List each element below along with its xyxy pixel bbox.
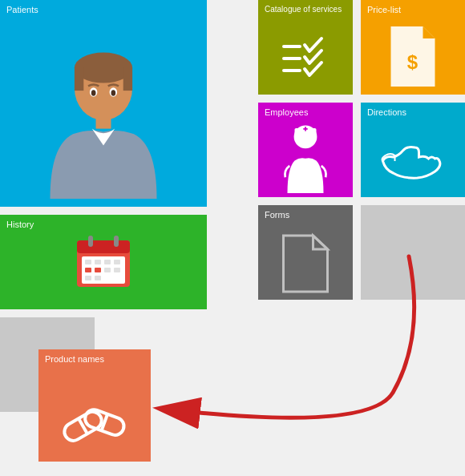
svg-rect-2 xyxy=(75,68,83,91)
tile-product-label: Product names xyxy=(45,354,104,365)
svg-rect-21 xyxy=(114,268,120,272)
svg-rect-23 xyxy=(95,276,101,280)
svg-rect-22 xyxy=(85,276,91,280)
tile-history-label: History xyxy=(6,220,34,230)
svg-rect-33 xyxy=(305,127,306,131)
svg-rect-14 xyxy=(85,260,91,264)
tile-employees[interactable]: Employees xyxy=(258,103,353,197)
tile-patients-label: Patients xyxy=(6,5,38,15)
tile-directions[interactable]: Directions xyxy=(361,103,465,197)
svg-rect-16 xyxy=(104,260,111,264)
tile-employees-label: Employees xyxy=(265,107,308,118)
svg-rect-18 xyxy=(85,268,91,272)
svg-rect-20 xyxy=(104,268,111,272)
tile-grid: Patients History xyxy=(0,0,465,476)
price-document-icon: $ xyxy=(383,22,443,91)
tile-history[interactable]: History xyxy=(0,215,207,309)
history-calendar-icon xyxy=(75,234,131,290)
tile-forms[interactable]: Forms xyxy=(258,205,353,300)
tile-price-label: Price-list xyxy=(367,5,401,15)
svg-rect-19 xyxy=(95,268,101,272)
svg-rect-13 xyxy=(114,236,119,247)
catalogue-checklist-icon xyxy=(277,30,334,87)
product-pills-icon xyxy=(55,389,135,454)
svg-rect-3 xyxy=(123,68,132,91)
tile-catalogue-label: Catalogue of services xyxy=(265,5,342,14)
svg-text:$: $ xyxy=(407,51,418,73)
svg-rect-10 xyxy=(77,240,130,253)
tile-forms-label: Forms xyxy=(265,210,289,220)
svg-rect-17 xyxy=(114,260,120,264)
tile-directions-label: Directions xyxy=(367,107,406,118)
employees-nurse-icon xyxy=(273,121,338,193)
tile-grey-rf[interactable] xyxy=(361,205,465,300)
svg-rect-4 xyxy=(96,115,111,129)
svg-point-7 xyxy=(91,90,96,96)
patient-avatar-icon xyxy=(39,46,168,199)
tile-product[interactable]: Product names xyxy=(38,349,151,462)
directions-hand-icon xyxy=(379,133,447,189)
tile-price[interactable]: Price-list $ xyxy=(361,0,465,95)
tile-patients[interactable]: Patients xyxy=(0,0,207,207)
svg-rect-15 xyxy=(95,260,101,264)
svg-rect-12 xyxy=(88,236,93,247)
forms-document-icon xyxy=(280,232,332,296)
tile-catalogue[interactable]: Catalogue of services xyxy=(258,0,353,95)
svg-point-8 xyxy=(111,90,116,96)
